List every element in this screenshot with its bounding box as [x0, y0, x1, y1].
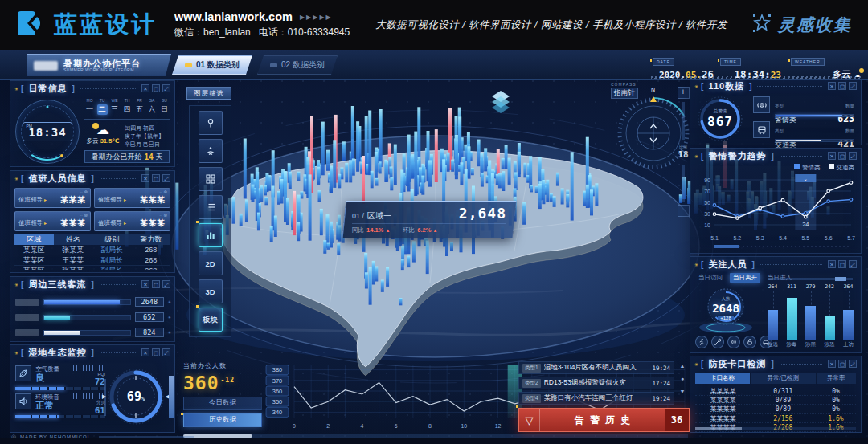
alert-scroll-arrow[interactable]: ▼	[678, 389, 687, 394]
close-icon[interactable]: ✕	[828, 82, 836, 90]
focus-bar[interactable]: 264在逃	[764, 283, 781, 348]
expand-icon[interactable]: ⤢	[849, 260, 857, 268]
layer-bars-icon[interactable]	[199, 223, 223, 247]
focus-bar-chart[interactable]: 264在逃311涉毒279涉黑242涉恐264上访	[764, 283, 857, 348]
police-type-item[interactable]: 类型警情类 数量623	[753, 96, 854, 117]
alert-scroll-arrow[interactable]: ▲	[678, 363, 687, 369]
layer-list-icon[interactable]	[199, 195, 223, 219]
checkpoint-header[interactable]: 卡口名称	[695, 373, 750, 384]
chart-slider[interactable]	[768, 278, 853, 280]
window-icon[interactable]: ▢	[838, 360, 846, 368]
duty-table-row[interactable]: 某某区张某某副局长268	[14, 245, 170, 255]
expand-icon[interactable]: ⤢	[849, 360, 857, 368]
layer-button-2D[interactable]: 2D	[199, 251, 223, 275]
window-icon[interactable]: ▢	[838, 152, 846, 160]
weekday-cell[interactable]: MO一	[84, 98, 95, 115]
target-icon[interactable]	[727, 336, 740, 348]
weekday-cell[interactable]: TH四	[122, 98, 133, 115]
zoom-in-button[interactable]: +	[678, 87, 690, 99]
focus-bar[interactable]: 311涉毒	[784, 283, 800, 348]
alert-row[interactable]: 类型1湿地3-104片区有不明人员闯入19:24	[518, 361, 674, 374]
expand-icon[interactable]: ⤢	[162, 280, 170, 288]
scrollbar-thumb[interactable]	[695, 427, 742, 430]
focus-bar[interactable]: 264上访	[840, 283, 857, 348]
weekday-cell[interactable]: SU日	[159, 98, 170, 115]
close-icon[interactable]: ✕	[141, 348, 149, 356]
inspiration-collect[interactable]: 灵感收集	[751, 13, 852, 38]
flow-row[interactable]: 824✳	[15, 327, 171, 338]
weekday-cell[interactable]: WE三	[109, 98, 120, 115]
alarm-history-bar[interactable]: ▽ 告警历史 36	[518, 408, 690, 432]
checkpoint-row[interactable]: 某某某某0/3110%	[695, 387, 856, 396]
legend-item[interactable]: 警情类	[794, 164, 821, 172]
tab-data-category-1[interactable]: 01 数据类别	[172, 55, 252, 75]
expand-icon[interactable]: ⤢	[162, 174, 170, 182]
analog-clock: PM18:34	[15, 100, 80, 164]
close-icon[interactable]: ✕	[141, 174, 149, 182]
layer-button-板块[interactable]: 板块	[199, 308, 223, 332]
office-count-value: 360-12	[183, 370, 264, 393]
close-icon[interactable]: ✕	[141, 280, 149, 288]
site-url[interactable]: www.lanlanwork.com	[174, 10, 293, 23]
tool-icon[interactable]	[711, 336, 724, 348]
duty-table-row[interactable]: 某某区张某某副局长268	[14, 266, 170, 270]
duty-leader-card[interactable]: 值班领导▸·· ⊗某某某	[94, 211, 170, 231]
weekday-cell[interactable]: SA六	[147, 98, 158, 115]
run-icon[interactable]	[695, 336, 708, 348]
zoom-out-button[interactable]: −	[678, 205, 690, 217]
zoom-track[interactable]	[682, 165, 685, 202]
duty-table-row[interactable]: 某某区王某某副局长268	[14, 255, 170, 266]
duty-leader-card[interactable]: 值班领导▸·· ⊗某某某	[14, 188, 91, 208]
window-icon[interactable]: ▢	[838, 260, 846, 268]
history-data-button[interactable]: 历史数据	[183, 413, 262, 427]
duty-table-header[interactable]: 区域姓名级别警力数	[14, 234, 170, 245]
close-icon[interactable]: ✕	[141, 84, 149, 92]
layer-button-3D[interactable]: 3D	[199, 279, 223, 303]
trend-chart[interactable]: 9070503010⌄5.15.25.35.45.55.65.724	[695, 168, 856, 255]
alert-scroll-arrow[interactable]: ●	[678, 376, 687, 381]
duty-leader-card[interactable]: 值班领导▸·· ⊗某某某	[14, 211, 91, 231]
weekday-cell[interactable]: TU二	[97, 98, 108, 115]
panel-duty-personnel: ✳[值班人员信息]✕▢⤢ 值班领导▸·· ⊗某某某值班领导▸·· ⊗某某某值班领…	[10, 170, 175, 273]
focus-bar[interactable]: 242涉恐	[821, 283, 838, 348]
window-icon[interactable]: ▢	[152, 280, 160, 288]
close-icon[interactable]: ✕	[828, 152, 836, 160]
flow-row[interactable]: 2648✳	[15, 296, 171, 308]
scrollbar-track[interactable]	[695, 427, 856, 430]
window-icon[interactable]: ▢	[152, 174, 160, 182]
checkpoint-row[interactable]: 某某某某0/890%	[695, 405, 856, 413]
checkpoint-header[interactable]: 异常率	[817, 373, 857, 384]
checkpoint-header[interactable]: 异常/已检测	[751, 373, 815, 384]
close-icon[interactable]: ✕	[828, 360, 836, 368]
gauge-left-arrow[interactable]: ▶	[102, 393, 106, 400]
layer-pin-icon[interactable]	[199, 111, 223, 135]
map-tooltip[interactable]: 01 /区域一2,648 同比14.1% ▲ 环比6.2% ▲	[342, 201, 517, 238]
close-icon[interactable]: ✕	[828, 260, 836, 268]
weekday-cell[interactable]: FR五	[134, 98, 145, 115]
layer-signal-icon[interactable]	[199, 139, 223, 163]
duty-leader-card[interactable]: 值班领导▸·· ⊗某某某	[94, 188, 170, 208]
expand-icon[interactable]: ⤢	[849, 82, 857, 90]
police-type-item[interactable]: 类型交通类 数量421	[753, 121, 854, 142]
flow-row[interactable]: 652✳	[15, 312, 171, 323]
today-data-button[interactable]: 今日数据	[183, 397, 262, 410]
checkpoint-row[interactable]: 某某某某2/1561.6%	[695, 414, 856, 423]
window-icon[interactable]: ▢	[152, 84, 160, 92]
lock-icon[interactable]	[743, 336, 756, 348]
lanlan-logo[interactable]: 蓝蓝设计	[16, 8, 157, 42]
checkpoint-row[interactable]: 某某某某0/890%	[695, 396, 856, 405]
zoom-track[interactable]	[682, 102, 685, 140]
expand-icon[interactable]: ⤢	[162, 348, 170, 356]
focus-bar[interactable]: 279涉黑	[802, 283, 819, 348]
alert-row[interactable]: 类型4某路口有小汽车连闯三个红灯19:24	[518, 392, 674, 405]
slider-handle[interactable]	[169, 376, 174, 418]
svg-text:4: 4	[361, 423, 364, 429]
expand-icon[interactable]: ⤢	[849, 152, 857, 160]
tab-data-category-2[interactable]: 02 数据类别	[257, 55, 338, 75]
layer-grid-icon[interactable]	[199, 167, 223, 191]
alert-row[interactable]: 类型2RD13-53烟感报警疑似火灾17:24	[518, 377, 674, 389]
window-icon[interactable]: ▢	[838, 82, 846, 90]
legend-item[interactable]: 交通类	[829, 164, 855, 172]
expand-icon[interactable]: ⤢	[162, 84, 170, 92]
window-icon[interactable]: ▢	[152, 348, 160, 356]
